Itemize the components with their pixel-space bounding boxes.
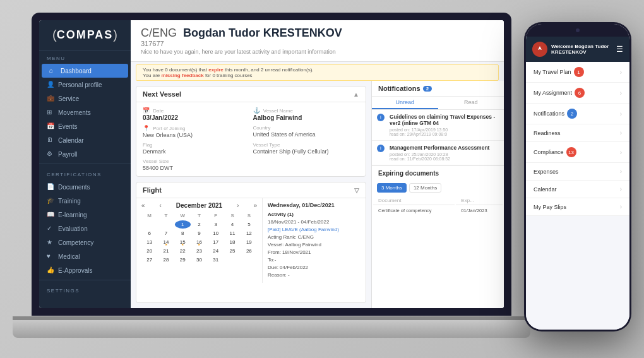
- cal-day[interactable]: 10: [208, 229, 224, 237]
- phone-item-left: My Assignment6: [534, 88, 585, 98]
- cal-day[interactable]: 29: [175, 256, 191, 264]
- logo-text: COMPAS: [57, 28, 114, 42]
- cal-day[interactable]: 23: [191, 247, 207, 255]
- cal-day-header: S: [224, 212, 240, 220]
- cal-day[interactable]: 15: [175, 238, 191, 246]
- activity-to: To:-: [268, 256, 361, 264]
- phone-item-badge: 6: [575, 88, 585, 98]
- sidebar-item-payroll[interactable]: ⚙ Payroll: [39, 147, 131, 161]
- calendar-small-icon: 📅: [143, 107, 150, 114]
- cal-day[interactable]: 8: [175, 229, 191, 237]
- phone-list-item[interactable]: My Pay Slips›: [526, 198, 629, 216]
- sidebar-item-eapprovals[interactable]: 👍 E-Approvals: [39, 263, 131, 277]
- cal-day[interactable]: 26: [241, 247, 257, 255]
- cal-day[interactable]: 31: [208, 256, 224, 264]
- activity-vessel: Vessel: Aalbog Fairwind: [268, 241, 361, 249]
- cal-day[interactable]: 12: [241, 229, 257, 237]
- phone-list-item[interactable]: Notifications2›: [526, 104, 629, 124]
- sidebar-item-documents[interactable]: 📄 Documents: [39, 180, 131, 194]
- cal-day[interactable]: 25: [224, 247, 240, 255]
- cal-day[interactable]: 14: [158, 238, 174, 246]
- grid-icon: ⊞: [47, 109, 54, 116]
- cal-day[interactable]: 13: [141, 238, 157, 246]
- cal-day[interactable]: 24: [208, 247, 224, 255]
- cal-day[interactable]: 3: [208, 220, 224, 229]
- location-icon: 📍: [143, 125, 150, 131]
- sidebar-item-label: Evaluation: [58, 225, 88, 232]
- sidebar-item-service[interactable]: 💼 Service: [39, 92, 131, 105]
- sidebar-item-calendar[interactable]: 🗓 Calendar: [39, 133, 131, 147]
- cal-next-button[interactable]: ›: [237, 202, 239, 209]
- exp-tab-12months[interactable]: 12 Months: [409, 183, 441, 193]
- cal-day[interactable]: [241, 256, 257, 264]
- phone-list-item[interactable]: My Travel Plan1›: [526, 62, 629, 83]
- cal-day[interactable]: 4: [224, 220, 240, 229]
- notif-tab-unread[interactable]: Unread: [372, 97, 438, 109]
- cal-day-header: M: [141, 212, 157, 220]
- cal-day[interactable]: 11: [224, 229, 240, 237]
- activity-rank: Acting Rank: C/ENG: [268, 234, 361, 241]
- notification-bar: You have 0 document(s) that expire this …: [136, 64, 499, 81]
- cal-day[interactable]: [224, 256, 240, 264]
- exp-tab-3months[interactable]: 3 Months: [377, 183, 407, 193]
- cal-day[interactable]: 7: [158, 229, 174, 237]
- cal-day[interactable]: 5: [241, 220, 257, 229]
- activity-reason: Reason: -: [268, 271, 361, 279]
- phone-list-item[interactable]: Expenses›: [526, 163, 629, 181]
- cal-day[interactable]: 9: [191, 229, 207, 237]
- hamburger-icon[interactable]: ☰: [616, 45, 623, 54]
- activity-from: From: 18/Nov/2021: [268, 249, 361, 256]
- sidebar-item-personal-profile[interactable]: 👤 Personal profile: [39, 78, 131, 92]
- cal-day[interactable]: 22: [175, 247, 191, 255]
- sidebar-item-competency[interactable]: ★ Competency: [39, 236, 131, 249]
- flight-title: Flight: [143, 186, 162, 194]
- cal-day[interactable]: 6: [141, 229, 157, 237]
- competency-icon: ★: [47, 239, 54, 246]
- cal-next-next-button[interactable]: »: [253, 202, 257, 209]
- phone-list-item[interactable]: My Assignment6›: [526, 83, 629, 104]
- cal-day[interactable]: 17: [208, 238, 224, 246]
- port-value: New Orleans (USA): [143, 132, 249, 138]
- cal-prev-button[interactable]: ‹: [160, 202, 162, 209]
- cal-day[interactable]: 27: [141, 256, 157, 264]
- cal-day[interactable]: 2: [191, 220, 207, 229]
- cal-day[interactable]: 28: [158, 256, 174, 264]
- sidebar-item-medical[interactable]: ♥ Medical: [39, 249, 131, 263]
- phone-list-item[interactable]: Readiness›: [526, 124, 629, 142]
- sidebar-item-evaluation[interactable]: ✓ Evaluation: [39, 222, 131, 236]
- calendar-nav: « ‹ December 2021 › »: [141, 202, 257, 209]
- notif-item-2: i Management Performance Assessment post…: [372, 141, 504, 165]
- sidebar-item-elearning[interactable]: 📖 E-learning: [39, 208, 131, 222]
- cal-day[interactable]: 30: [191, 256, 207, 264]
- phone-header: Welcome Bogdan Tudor KRESTENKOV ☰: [526, 37, 629, 62]
- cal-day[interactable]: 1: [175, 220, 191, 229]
- phone-list-item[interactable]: Calendar›: [526, 181, 629, 198]
- sidebar-item-events[interactable]: 📅 Events: [39, 119, 131, 133]
- sidebar-item-label: Personal profile: [58, 81, 102, 88]
- cal-day[interactable]: 16: [191, 238, 207, 246]
- cal-day[interactable]: [158, 220, 174, 229]
- cal-prev-prev-button[interactable]: «: [141, 202, 145, 209]
- next-vessel-chevron-icon[interactable]: ▲: [353, 91, 359, 98]
- phone-item-left: Readiness: [534, 130, 561, 136]
- sidebar-item-dashboard[interactable]: ⌂ Dashboard: [42, 64, 128, 78]
- cal-day[interactable]: 20: [141, 247, 157, 255]
- chevron-right-icon: ›: [620, 110, 622, 117]
- cal-day[interactable]: 19: [241, 238, 257, 246]
- main-body: Next Vessel ▲ 📅 Date 0: [131, 81, 504, 308]
- sidebar-item-training[interactable]: 🎓 Training: [39, 194, 131, 208]
- cal-day[interactable]: [141, 220, 157, 229]
- cal-day-header: T: [158, 212, 174, 220]
- phone-list-item[interactable]: Compliance13›: [526, 142, 629, 163]
- settings-label: SETTINGS: [39, 283, 131, 296]
- cal-day[interactable]: 18: [224, 238, 240, 246]
- notif-tab-read[interactable]: Read: [438, 97, 504, 109]
- sidebar-item-movements[interactable]: ⊞ Movements: [39, 105, 131, 119]
- cal-day[interactable]: 21: [158, 247, 174, 255]
- flight-chevron-icon[interactable]: ▽: [354, 187, 359, 194]
- vessel-size-label: Vessel Size: [143, 158, 249, 164]
- vessel-type-field: Vessel Type Container Ship (Fully Cellul…: [253, 142, 360, 155]
- exp-doc-expiry: 01/Jan/2023: [456, 206, 503, 215]
- port-field: 📍 Port of Joining New Orleans (USA): [143, 125, 249, 138]
- phone-item-label: My Travel Plan: [534, 69, 571, 75]
